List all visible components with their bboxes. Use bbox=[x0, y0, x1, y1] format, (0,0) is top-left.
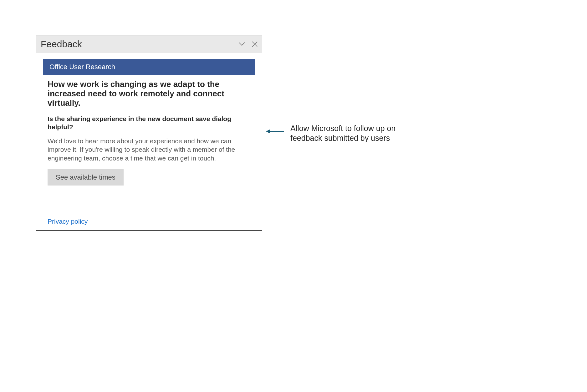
callout-annotation: Allow Microsoft to follow up on feedback… bbox=[266, 124, 422, 143]
panel-titlebar: Feedback bbox=[36, 35, 262, 53]
annotation-text: Allow Microsoft to follow up on feedback… bbox=[290, 124, 422, 143]
feedback-panel: Feedback Office User Research How we wor… bbox=[36, 35, 262, 231]
svg-marker-3 bbox=[266, 130, 270, 133]
feedback-body-text: We'd love to hear more about your experi… bbox=[48, 137, 251, 162]
see-available-times-button[interactable]: See available times bbox=[48, 169, 124, 186]
feedback-subheading: Is the sharing experience in the new doc… bbox=[48, 115, 251, 131]
chevron-down-icon[interactable] bbox=[239, 42, 245, 46]
panel-title: Feedback bbox=[41, 39, 82, 49]
research-banner: Office User Research bbox=[43, 59, 255, 75]
titlebar-controls bbox=[239, 41, 258, 47]
panel-body: Office User Research How we work is chan… bbox=[36, 53, 262, 230]
privacy-policy-link[interactable]: Privacy policy bbox=[48, 218, 88, 225]
arrow-left-icon bbox=[266, 129, 285, 134]
panel-content: How we work is changing as we adapt to t… bbox=[36, 75, 262, 186]
feedback-heading: How we work is changing as we adapt to t… bbox=[48, 80, 251, 108]
close-icon[interactable] bbox=[252, 41, 258, 47]
